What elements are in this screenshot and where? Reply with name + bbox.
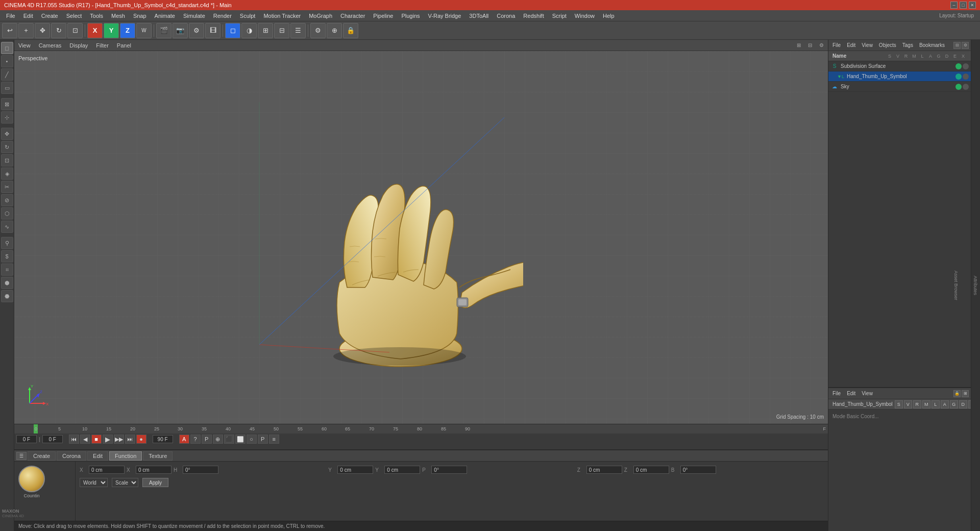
bridge-left[interactable]: ⊘ bbox=[1, 194, 13, 206]
keyframe-extra-btn[interactable]: ⊕ bbox=[213, 435, 223, 444]
y-axis-btn[interactable]: Y bbox=[104, 23, 119, 38]
new-tool[interactable]: + bbox=[18, 23, 34, 38]
start-frame-input[interactable] bbox=[42, 435, 63, 443]
am-d-btn[interactable]: D bbox=[959, 400, 967, 408]
am-r-btn[interactable]: R bbox=[913, 400, 921, 408]
material-ball-container[interactable]: Countin bbox=[18, 466, 45, 498]
vp-maximize-btn[interactable]: ⊟ bbox=[805, 41, 815, 50]
auto-keyframe-btn[interactable]: A bbox=[179, 435, 189, 444]
z-pos-input[interactable] bbox=[586, 466, 622, 474]
menu-window[interactable]: Window bbox=[571, 12, 599, 20]
point-mode-btn[interactable]: • bbox=[1, 55, 13, 67]
menu-file[interactable]: File bbox=[2, 12, 19, 20]
vp-menu-cameras[interactable]: Cameras bbox=[37, 41, 64, 50]
render-pic-btn[interactable]: 🎬 bbox=[156, 23, 172, 38]
menu-3dtoall[interactable]: 3DToAll bbox=[465, 12, 493, 20]
menu-vray[interactable]: V-Ray Bridge bbox=[424, 12, 465, 20]
shading-btn[interactable]: ◑ bbox=[241, 23, 257, 38]
y-size-input[interactable] bbox=[384, 466, 420, 474]
menu-plugins[interactable]: Plugins bbox=[397, 12, 424, 20]
close-button[interactable]: ✕ bbox=[969, 2, 976, 9]
am-lock-btn[interactable]: 🔒 bbox=[953, 390, 961, 397]
rotate-tool-left[interactable]: ↻ bbox=[1, 141, 13, 153]
panel-menu-btn[interactable]: ☰ bbox=[16, 452, 27, 460]
menu-snap[interactable]: Snap bbox=[129, 12, 151, 20]
h-rot-input[interactable] bbox=[183, 466, 218, 474]
tab-texture[interactable]: Texture bbox=[143, 451, 173, 461]
playback-mode-btn[interactable]: ⬛ bbox=[224, 435, 234, 444]
om-item-subdivision[interactable]: S Subdivision Surface bbox=[828, 61, 971, 71]
sub-lock-dot[interactable] bbox=[963, 63, 969, 69]
tab-function[interactable]: Function bbox=[109, 451, 142, 461]
x-size-input[interactable] bbox=[136, 466, 172, 474]
x-pos-input[interactable] bbox=[89, 466, 125, 474]
am-v-btn[interactable]: V bbox=[904, 400, 912, 408]
rs-tab-browser[interactable]: Asset Browser bbox=[951, 269, 961, 302]
am-menu-edit[interactable]: Edit bbox=[845, 390, 857, 397]
snap-tool-btn[interactable]: ⊹ bbox=[1, 111, 13, 124]
z-axis-btn[interactable]: Z bbox=[120, 23, 135, 38]
magnet-left[interactable]: ⚲ bbox=[1, 237, 13, 249]
menu-simulate[interactable]: Simulate bbox=[179, 12, 209, 20]
menu-help[interactable]: Help bbox=[599, 12, 619, 20]
hand-vis-dot[interactable] bbox=[955, 74, 962, 80]
step-fwd-btn[interactable]: ▶▶ bbox=[114, 435, 124, 444]
menu-motiontractor[interactable]: Motion Tracker bbox=[259, 12, 305, 20]
record-btn[interactable]: ● bbox=[136, 435, 146, 444]
menu-pipeline[interactable]: Pipeline bbox=[369, 12, 397, 20]
b-rot-input[interactable] bbox=[680, 466, 716, 474]
edge-mode-btn[interactable]: ╱ bbox=[1, 68, 13, 81]
vp-settings-btn[interactable]: ⚙ bbox=[817, 41, 826, 50]
sub-vis-dot[interactable] bbox=[955, 63, 962, 69]
vp-menu-view[interactable]: View bbox=[16, 41, 33, 50]
om-menu-bookmarks[interactable]: Bookmarks bbox=[917, 42, 947, 49]
om-menu-tags[interactable]: Tags bbox=[900, 42, 915, 49]
keyframe-info-btn[interactable]: ? bbox=[190, 435, 201, 444]
menu-create[interactable]: Create bbox=[37, 12, 62, 20]
z-size-input[interactable] bbox=[633, 466, 669, 474]
smooth-left[interactable]: ∿ bbox=[1, 221, 13, 233]
menu-mograph[interactable]: MoGraph bbox=[305, 12, 336, 20]
om-view-btn[interactable]: ⊟ bbox=[953, 42, 961, 49]
menu-select[interactable]: Select bbox=[62, 12, 86, 20]
am-expand-btn[interactable]: ⊞ bbox=[962, 390, 969, 397]
isoline-btn[interactable]: ⊟ bbox=[274, 23, 289, 38]
world-btn[interactable]: W bbox=[136, 23, 152, 38]
menu-redshift[interactable]: Redshift bbox=[519, 12, 548, 20]
om-item-sky[interactable]: ☁ Sky bbox=[828, 82, 971, 92]
texture-left[interactable]: $ bbox=[1, 250, 13, 262]
am-s-btn[interactable]: S bbox=[895, 400, 903, 408]
am-m-btn[interactable]: M bbox=[922, 400, 930, 408]
playback-mode3-btn[interactable]: ○ bbox=[247, 435, 257, 444]
sky-lock-dot[interactable] bbox=[963, 84, 969, 90]
snap-btn[interactable]: ⚙ bbox=[310, 23, 326, 38]
playback-mode2-btn[interactable]: ⬜ bbox=[235, 435, 246, 444]
poly-pen-left[interactable]: ◈ bbox=[1, 167, 13, 180]
sculpt-left[interactable]: ⌗ bbox=[1, 263, 13, 276]
move-mode-btn[interactable]: ✥ bbox=[35, 23, 50, 38]
rotate-mode-btn[interactable]: ↻ bbox=[51, 23, 66, 38]
extrude-left[interactable]: ⬡ bbox=[1, 207, 13, 220]
vp-menu-panel[interactable]: Panel bbox=[115, 41, 133, 50]
knife-left[interactable]: ✂ bbox=[1, 181, 13, 193]
rs-tab-attr[interactable]: Attributes bbox=[971, 274, 980, 297]
scale-mode-btn[interactable]: ⊡ bbox=[67, 23, 83, 38]
am-l-btn[interactable]: L bbox=[932, 400, 940, 408]
y-pos-input[interactable] bbox=[337, 466, 373, 474]
world-select[interactable]: World Object bbox=[80, 478, 108, 487]
keyframe-pos-btn[interactable]: P bbox=[202, 435, 212, 444]
play-btn[interactable]: ▶ bbox=[103, 435, 113, 444]
undo-tool[interactable]: ↩ bbox=[2, 23, 17, 38]
render-settings-btn[interactable]: ⚙ bbox=[189, 23, 204, 38]
menu-corona[interactable]: Corona bbox=[493, 12, 519, 20]
brush-left[interactable]: ⬣ bbox=[1, 290, 13, 302]
vp-menu-filter[interactable]: Filter bbox=[94, 41, 110, 50]
hand-lock-dot[interactable] bbox=[963, 74, 969, 80]
menu-script[interactable]: Script bbox=[548, 12, 571, 20]
wireframe-btn[interactable]: ⊞ bbox=[258, 23, 273, 38]
current-frame-input[interactable] bbox=[16, 435, 37, 443]
sky-vis-dot[interactable] bbox=[955, 84, 962, 90]
tab-create[interactable]: Create bbox=[28, 451, 56, 461]
vp-menu-display[interactable]: Display bbox=[67, 41, 90, 50]
object-mode-btn[interactable]: ◻ bbox=[1, 42, 13, 54]
